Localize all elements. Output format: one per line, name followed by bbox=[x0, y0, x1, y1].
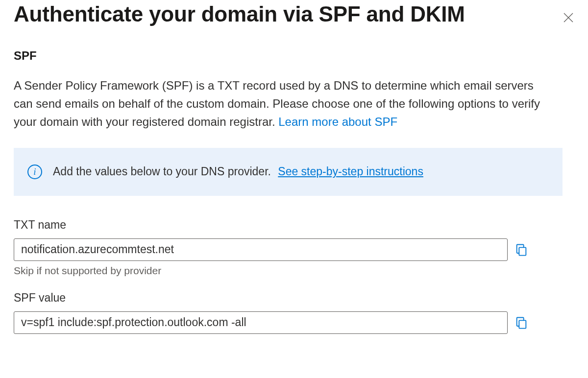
txt-name-label: TXT name bbox=[14, 218, 580, 232]
svg-rect-3 bbox=[519, 320, 526, 328]
info-bar-text: Add the values below to your DNS provide… bbox=[53, 165, 423, 178]
close-icon bbox=[563, 12, 574, 24]
panel-title: Authenticate your domain via SPF and DKI… bbox=[14, 2, 465, 27]
spf-description: A Sender Policy Framework (SPF) is a TXT… bbox=[14, 76, 548, 131]
copy-txt-name-button[interactable] bbox=[508, 238, 528, 261]
spf-value-label: SPF value bbox=[14, 291, 580, 305]
svg-rect-2 bbox=[519, 247, 526, 255]
txt-name-input[interactable] bbox=[14, 238, 508, 261]
info-bar-message: Add the values below to your DNS provide… bbox=[53, 165, 271, 178]
info-icon: i bbox=[27, 165, 42, 179]
spf-value-row bbox=[14, 311, 528, 334]
spf-description-text: A Sender Policy Framework (SPF) is a TXT… bbox=[14, 79, 540, 128]
txt-name-row bbox=[14, 238, 528, 261]
learn-more-spf-link[interactable]: Learn more about SPF bbox=[278, 115, 397, 128]
info-bar: i Add the values below to your DNS provi… bbox=[14, 148, 563, 196]
copy-spf-value-button[interactable] bbox=[508, 311, 528, 334]
close-button[interactable] bbox=[557, 6, 580, 29]
txt-name-hint: Skip if not supported by provider bbox=[14, 265, 580, 277]
panel-header: Authenticate your domain via SPF and DKI… bbox=[14, 0, 580, 49]
spf-section-heading: SPF bbox=[14, 49, 580, 63]
auth-domain-panel: Authenticate your domain via SPF and DKI… bbox=[0, 0, 588, 378]
step-by-step-link[interactable]: See step-by-step instructions bbox=[278, 165, 423, 178]
copy-icon bbox=[514, 243, 528, 257]
spf-value-input[interactable] bbox=[14, 311, 508, 334]
copy-icon bbox=[514, 316, 528, 330]
